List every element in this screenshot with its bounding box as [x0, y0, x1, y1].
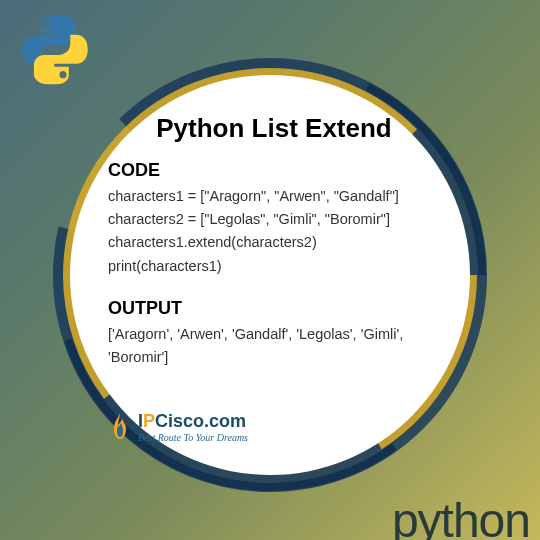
content-area: Python List Extend CODE characters1 = ["…	[70, 75, 470, 475]
code-line: characters1 = ["Aragorn", "Arwen", "Gand…	[108, 185, 440, 208]
output-text: ['Aragorn', 'Arwen', 'Gandalf', 'Legolas…	[108, 323, 440, 369]
python-footer-text: python	[392, 493, 530, 540]
output-header: OUTPUT	[108, 298, 440, 319]
output-section: OUTPUT ['Aragorn', 'Arwen', 'Gandalf', '…	[108, 298, 440, 369]
code-line: print(characters1)	[108, 255, 440, 278]
brand-name: IPCisco.com	[138, 411, 248, 432]
main-content-circle: Python List Extend CODE characters1 = ["…	[50, 55, 490, 495]
code-line: characters1.extend(characters2)	[108, 231, 440, 254]
brand-tagline: Best Route To Your Dreams	[138, 432, 248, 443]
page-title: Python List Extend	[108, 113, 440, 144]
ipcisco-logo: IPCisco.com Best Route To Your Dreams	[108, 411, 248, 443]
flame-icon	[108, 411, 132, 443]
code-line: characters2 = ["Legolas", "Gimli", "Boro…	[108, 208, 440, 231]
code-section: CODE characters1 = ["Aragorn", "Arwen", …	[108, 160, 440, 278]
python-logo-icon	[15, 10, 95, 90]
ipcisco-text: IPCisco.com Best Route To Your Dreams	[138, 411, 248, 443]
code-header: CODE	[108, 160, 440, 181]
